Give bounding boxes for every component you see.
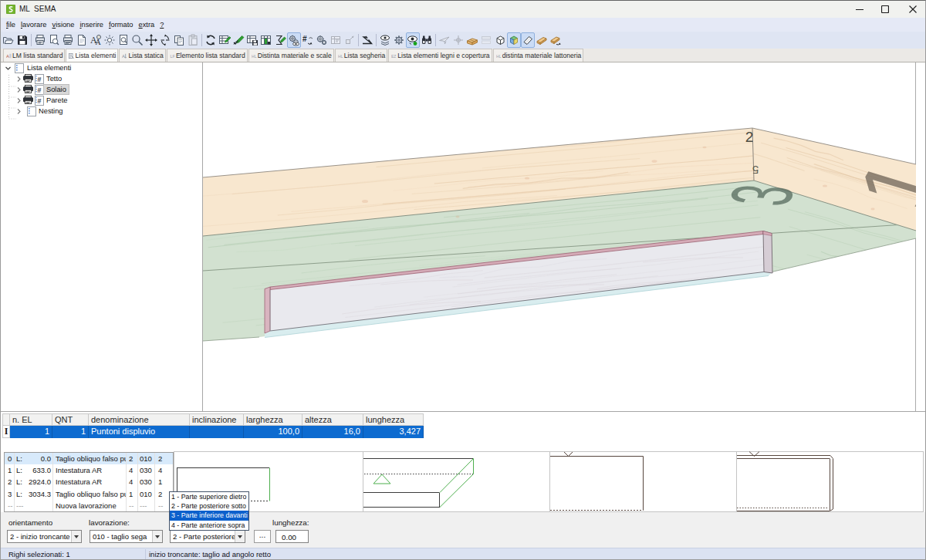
gears-pair-button[interactable]	[315, 32, 329, 48]
beam-right-end[interactable]	[763, 231, 772, 274]
table-edit-button[interactable]	[218, 32, 231, 48]
chevron-down-icon[interactable]	[5, 65, 12, 72]
binoculars-button[interactable]	[420, 32, 434, 48]
font-button[interactable]: AA	[89, 32, 103, 48]
zoom-button[interactable]	[130, 32, 144, 48]
table-save-button[interactable]	[245, 32, 259, 48]
operation-row-2[interactable]: 2L:2924.0Intestatura AR40301	[5, 476, 173, 487]
timber-joint-button[interactable]	[465, 32, 479, 48]
print-preview-button[interactable]	[47, 32, 61, 48]
lunghezza-input[interactable]: 0.00	[275, 530, 309, 543]
tree-item-tetto[interactable]: #Tetto	[1, 74, 201, 85]
svg-text:A: A	[122, 53, 125, 58]
menu-file[interactable]: file	[6, 19, 15, 30]
tab-lista-elementi-legni-e-copertura[interactable]: EZLista elementi legni e copertura	[388, 49, 492, 62]
refresh-button[interactable]	[204, 32, 218, 48]
cell-qnt[interactable]: 1	[52, 426, 89, 438]
operation-row-new[interactable]: -----Nuova lavorazione-------	[5, 500, 173, 511]
menu-visione[interactable]: visione	[52, 19, 75, 30]
pan-button[interactable]	[144, 32, 158, 48]
dropdown-option-4[interactable]: 4 - Parte anteriore sopra	[170, 521, 248, 530]
cell-n_el[interactable]: 1	[10, 426, 52, 438]
operation-row-0[interactable]: 0L:0.0Taglio obliquo falso pu20102	[5, 453, 173, 464]
lavorazione-combo[interactable]: 010 - taglio sega	[90, 530, 163, 543]
tab-distinta-materiale-e-scale[interactable]: HLDistinta materiale e scale	[248, 49, 334, 62]
col-header-qnt[interactable]: QNT	[52, 413, 89, 426]
sigma-pen-button[interactable]	[273, 32, 287, 48]
chevron-right-icon[interactable]	[15, 108, 22, 115]
menu-?[interactable]: ?	[160, 19, 164, 30]
gears-eye-button[interactable]	[287, 32, 301, 48]
rotate-view-button[interactable]	[158, 32, 172, 48]
cell-denominazione[interactable]: Puntoni displuvio	[89, 426, 190, 438]
gear-button[interactable]	[392, 32, 406, 48]
parte-combo[interactable]: 2 - Parte posteriore so	[170, 530, 245, 543]
cube-wire-button[interactable]	[493, 32, 507, 48]
table-columns-button[interactable]	[259, 32, 273, 48]
tab-elemento-lista-standard[interactable]: LFElemento lista standard	[167, 49, 248, 62]
chevron-right-icon[interactable]	[15, 76, 22, 83]
menu-inserire[interactable]: inserire	[79, 19, 103, 30]
save-button[interactable]	[15, 32, 29, 48]
tab-lm-lista-standard[interactable]: ALM lista standard	[3, 49, 65, 62]
tree-item-solaio[interactable]: #Solaio	[1, 85, 201, 96]
col-header-inclinazione[interactable]: inclinazione	[190, 413, 244, 426]
tree-item-lista-elementi[interactable]: Lista elementi	[1, 63, 201, 74]
cube-color-button[interactable]	[507, 32, 521, 48]
brightness-button[interactable]	[103, 32, 117, 48]
copy-button[interactable]	[172, 32, 186, 48]
tab-lista-segheria[interactable]: HLLista segheria	[335, 49, 388, 62]
print-list-button[interactable]	[61, 32, 75, 48]
gears-pair-icon	[316, 34, 328, 46]
combo-arrow[interactable]	[71, 531, 81, 542]
more-button[interactable]: ...	[254, 530, 271, 543]
tab-lista-statica[interactable]: ALista statica	[119, 49, 165, 62]
timber-piece-button[interactable]	[535, 32, 549, 48]
col-header-lunghezza[interactable]: lunghezza	[363, 413, 424, 426]
col-header-altezza[interactable]: altezza	[302, 413, 363, 426]
print-icon	[34, 34, 46, 46]
cell-altezza[interactable]: 16,0	[302, 426, 363, 438]
tab-distinta-materiale-lattoneria[interactable]: HLdistinta materiale lattoneria	[493, 49, 584, 62]
operation-row-1[interactable]: 1L:633.0Intestatura AR40304	[5, 464, 173, 476]
tab-lista-elementi[interactable]: Lista elementi	[66, 49, 118, 62]
chevron-right-icon[interactable]	[15, 97, 22, 104]
open-button[interactable]	[2, 32, 15, 48]
eye-layers-button[interactable]	[378, 32, 392, 48]
combo-arrow[interactable]	[152, 531, 162, 542]
dropdown-option-3[interactable]: 3 - Parte inferiore davanti	[170, 511, 248, 520]
col-header-larghezza[interactable]: larghezza	[244, 413, 302, 426]
angle-tool-button[interactable]	[360, 32, 374, 48]
close-button[interactable]	[901, 1, 924, 17]
timber-rotate-button[interactable]	[549, 32, 563, 48]
menu-lavorare[interactable]: lavorare	[21, 19, 47, 30]
pen-check-button[interactable]	[231, 32, 245, 48]
cell-inclinazione[interactable]	[190, 426, 244, 438]
minimize-button[interactable]	[848, 1, 871, 17]
tree-item-parete[interactable]: #Parete	[1, 96, 201, 106]
hash-recalc-button[interactable]: #	[301, 32, 315, 48]
dropdown-option-1[interactable]: 1 - Parte superiore dietro	[170, 492, 248, 501]
dropdown-option-2[interactable]: 2 - Parte posteriore sotto	[170, 501, 248, 511]
menu-extra[interactable]: extra	[139, 19, 155, 30]
viewport-3d[interactable]: 2 5 3 1	[203, 62, 916, 411]
maximize-button[interactable]	[874, 1, 897, 17]
page-setup-button[interactable]	[75, 32, 89, 48]
print-button[interactable]	[33, 32, 47, 48]
col-header-denominazione[interactable]: denominazione	[89, 413, 190, 426]
operation-row-3[interactable]: 3L:3034.3Taglio obliquo falso pu10102	[5, 488, 173, 500]
orientamento-combo[interactable]: 2 - inizio troncante	[7, 530, 82, 543]
cell-larghezza[interactable]: 100,0	[244, 426, 302, 438]
menu-formato[interactable]: formato	[109, 19, 133, 30]
chevron-right-icon[interactable]	[15, 86, 22, 93]
combo-arrow[interactable]	[235, 531, 245, 542]
zoom-page-button[interactable]	[117, 32, 130, 48]
tree-item-nesting[interactable]: Nesting	[1, 106, 201, 117]
eraser-button[interactable]	[521, 32, 535, 48]
beam-left-end[interactable]	[265, 287, 270, 333]
cell-lunghezza[interactable]: 3,427	[363, 426, 424, 438]
toolbar: AA#	[1, 32, 925, 49]
eye-marker-button[interactable]	[406, 32, 420, 48]
operation-value: 0.0	[22, 454, 51, 463]
col-header-n_el[interactable]: n. EL	[10, 413, 52, 426]
